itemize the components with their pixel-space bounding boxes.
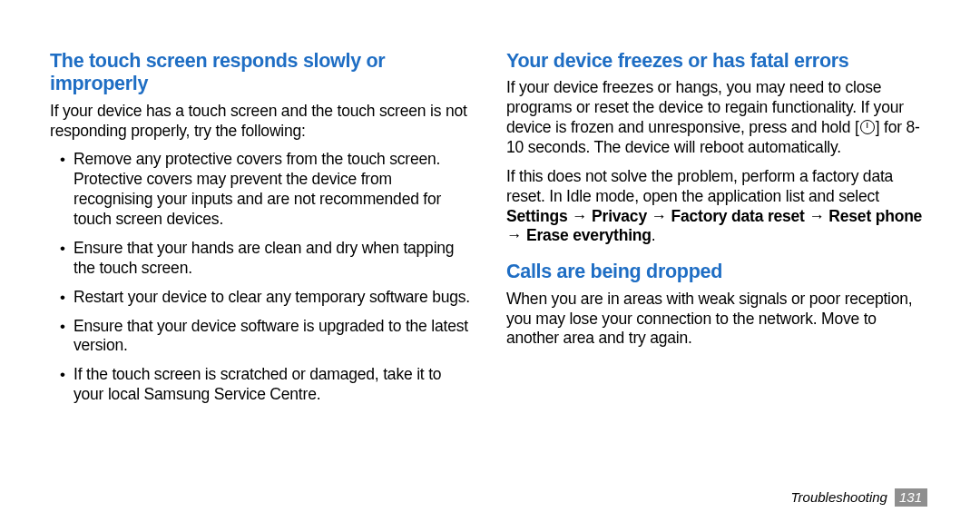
heading-calls-dropped: Calls are being dropped	[506, 261, 930, 283]
power-icon	[860, 120, 875, 134]
footer-page-number: 131	[895, 488, 927, 507]
para-calls-dropped: When you are in areas with weak signals …	[506, 290, 930, 350]
para-freezes-b: If this does not solve the problem, perf…	[506, 167, 930, 247]
right-column: Your device freezes or has fatal errors …	[490, 50, 930, 505]
page-footer: Troubleshooting 131	[791, 488, 928, 507]
list-item: Restart your device to clear any tempora…	[74, 288, 474, 308]
heading-touchscreen: The touch screen responds slowly or impr…	[50, 50, 474, 96]
list-item: If the touch screen is scratched or dama…	[74, 365, 474, 405]
list-item: Ensure that your hands are clean and dry…	[74, 239, 474, 279]
footer-section-name: Troubleshooting	[791, 489, 887, 505]
list-item: Remove any protective covers from the to…	[74, 150, 474, 230]
list-item: Ensure that your device software is upgr…	[74, 317, 474, 357]
document-page: The touch screen responds slowly or impr…	[0, 0, 980, 532]
text-span: If your device freezes or hangs, you may…	[506, 78, 904, 136]
intro-touchscreen: If your device has a touch screen and th…	[50, 102, 474, 142]
bullet-list-touchscreen: Remove any protective covers from the to…	[50, 150, 474, 405]
para-freezes-a: If your device freezes or hangs, you may…	[506, 78, 930, 158]
text-span: If this does not solve the problem, perf…	[506, 167, 893, 205]
heading-freezes: Your device freezes or has fatal errors	[506, 50, 930, 73]
text-span: .	[652, 226, 656, 244]
left-column: The touch screen responds slowly or impr…	[50, 50, 490, 505]
settings-path: Settings → Privacy → Factory data reset …	[506, 207, 922, 245]
